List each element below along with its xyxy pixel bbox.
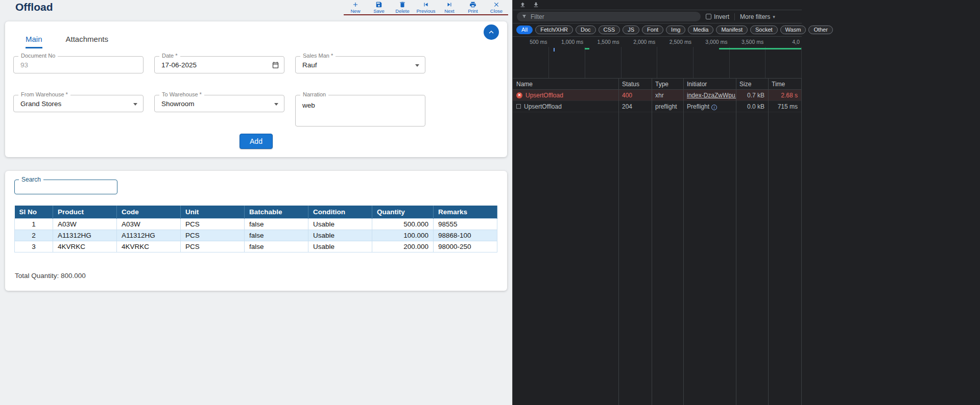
sales-man-label: Sales Man * bbox=[300, 53, 336, 59]
delete-button[interactable]: Delete bbox=[391, 0, 414, 14]
chip-all[interactable]: All bbox=[516, 26, 533, 34]
gridline bbox=[693, 47, 694, 78]
print-button-label: Print bbox=[468, 8, 478, 14]
date-value: 17-06-2025 bbox=[161, 61, 197, 69]
invert-checkbox-group[interactable]: Invert bbox=[706, 13, 729, 20]
cell-code: 4KVRKC bbox=[117, 241, 181, 252]
col-size[interactable]: Size bbox=[736, 81, 768, 88]
chip-other[interactable]: Other bbox=[808, 26, 833, 34]
col-sl-no: Sl No bbox=[15, 206, 53, 219]
col-status[interactable]: Status bbox=[618, 81, 652, 88]
from-warehouse-label: From Warehouse * bbox=[18, 91, 70, 97]
invert-checkbox[interactable] bbox=[706, 14, 711, 19]
network-filter-bar: Filter Invert More filters ▾ bbox=[513, 10, 802, 23]
date-field[interactable]: Date * 17-06-2025 bbox=[154, 56, 284, 73]
chip-js[interactable]: JS bbox=[623, 26, 639, 34]
invert-label: Invert bbox=[714, 13, 729, 20]
items-card: Search Sl No Product Code Unit Batchable… bbox=[5, 171, 507, 291]
collapse-panel-button[interactable] bbox=[484, 24, 499, 40]
table-row[interactable]: 3 4KVRKC 4KVRKC PCS false Usable 200.000… bbox=[15, 241, 497, 252]
add-button[interactable]: Add bbox=[240, 134, 273, 149]
col-quantity: Quantity bbox=[372, 206, 434, 219]
request-size: 0.7 kB bbox=[736, 92, 768, 99]
initiator-link[interactable]: index-DzaZwWpu.j bbox=[687, 92, 736, 99]
to-warehouse-value: Showroom bbox=[161, 100, 195, 108]
cell-unit: PCS bbox=[181, 219, 245, 230]
col-time[interactable]: Time bbox=[768, 81, 801, 88]
print-button[interactable]: Print bbox=[461, 0, 485, 14]
table-row[interactable]: 1 A03W A03W PCS false Usable 500.000 985… bbox=[15, 219, 497, 230]
chip-doc[interactable]: Doc bbox=[576, 26, 596, 34]
column-divider[interactable] bbox=[801, 79, 802, 405]
network-overview[interactable] bbox=[513, 47, 802, 79]
overview-dom-event-mark bbox=[554, 48, 555, 52]
col-name[interactable]: Name bbox=[513, 81, 618, 88]
cell-condition: Usable bbox=[308, 230, 372, 241]
chip-font[interactable]: Font bbox=[642, 26, 663, 34]
column-divider[interactable] bbox=[618, 79, 619, 405]
error-icon: ✕ bbox=[516, 92, 522, 98]
narration-textarea[interactable]: Narration web bbox=[295, 95, 425, 126]
more-filters-button[interactable]: More filters ▾ bbox=[740, 13, 775, 20]
close-button[interactable]: Close bbox=[485, 0, 508, 14]
request-size: 0.0 kB bbox=[736, 103, 768, 110]
info-icon[interactable]: i bbox=[711, 105, 717, 110]
document-no-label: Document No bbox=[18, 53, 58, 59]
col-type[interactable]: Type bbox=[652, 81, 683, 88]
column-divider[interactable] bbox=[652, 79, 652, 405]
column-divider[interactable] bbox=[736, 79, 736, 405]
chip-socket[interactable]: Socket bbox=[750, 26, 778, 34]
request-row[interactable]: UpsertOffload 204 preflight Preflighti 0… bbox=[513, 101, 802, 112]
total-quantity: Total Quantity: 800.000 bbox=[15, 272, 86, 280]
previous-button[interactable]: Previous bbox=[414, 0, 438, 14]
document-no-field[interactable]: Document No 93 bbox=[13, 56, 144, 73]
filter-input[interactable]: Filter bbox=[517, 12, 701, 21]
cell-code: A11312HG bbox=[117, 230, 181, 241]
search-input[interactable] bbox=[20, 184, 112, 192]
col-code: Code bbox=[117, 206, 181, 219]
request-name: UpsertOffload bbox=[525, 92, 563, 99]
devtools-network-panel: Filter Invert More filters ▾ All Fetch/X… bbox=[512, 0, 980, 405]
col-product: Product bbox=[53, 206, 117, 219]
cell-sl-no: 2 bbox=[15, 230, 53, 241]
tab-attachments[interactable]: Attachments bbox=[66, 35, 108, 48]
to-warehouse-select[interactable]: To Warehouse * Showroom bbox=[154, 95, 284, 112]
import-har-icon[interactable] bbox=[519, 2, 526, 8]
dropdown-caret-icon[interactable] bbox=[274, 103, 278, 106]
save-button[interactable]: Save bbox=[367, 0, 391, 14]
next-button[interactable]: Next bbox=[438, 0, 461, 14]
gridline bbox=[657, 47, 657, 78]
cell-quantity: 100.000 bbox=[372, 230, 434, 241]
new-button[interactable]: New bbox=[344, 0, 367, 14]
dropdown-caret-icon[interactable] bbox=[133, 103, 137, 106]
column-divider[interactable] bbox=[768, 79, 769, 405]
request-row[interactable]: ✕ UpsertOffload 400 xhr index-DzaZwWpu.j… bbox=[513, 90, 802, 101]
calendar-icon[interactable] bbox=[272, 61, 279, 69]
gridline bbox=[585, 47, 585, 78]
cell-condition: Usable bbox=[308, 219, 372, 230]
dropdown-caret-icon[interactable] bbox=[415, 64, 419, 67]
chip-fetch-xhr[interactable]: Fetch/XHR bbox=[535, 26, 573, 34]
skip-previous-icon bbox=[422, 1, 429, 8]
chip-css[interactable]: CSS bbox=[599, 26, 620, 34]
from-warehouse-select[interactable]: From Warehouse * Grand Stores bbox=[13, 95, 144, 112]
cell-remarks: 98868-100 bbox=[434, 230, 497, 241]
initiator-text: Preflight bbox=[687, 103, 709, 110]
chip-img[interactable]: Img bbox=[666, 26, 685, 34]
column-divider[interactable] bbox=[683, 79, 684, 405]
request-type-chips: All Fetch/XHR Doc CSS JS Font Img Media … bbox=[513, 23, 802, 37]
chip-media[interactable]: Media bbox=[688, 26, 713, 34]
tab-main[interactable]: Main bbox=[26, 35, 42, 48]
timeline-ruler: 500 ms 1,000 ms 1,500 ms 2,000 ms 2,500 … bbox=[513, 37, 801, 47]
save-icon bbox=[375, 1, 383, 8]
export-har-icon[interactable] bbox=[533, 2, 539, 8]
sales-man-select[interactable]: Sales Man * Rauf bbox=[295, 56, 425, 73]
col-initiator[interactable]: Initiator bbox=[683, 81, 736, 88]
table-row[interactable]: 2 A11312HG A11312HG PCS false Usable 100… bbox=[15, 230, 497, 241]
request-name: UpsertOffload bbox=[524, 103, 562, 110]
chip-wasm[interactable]: Wasm bbox=[780, 26, 806, 34]
ruler-label: 3,500 ms bbox=[729, 39, 766, 45]
chip-manifest[interactable]: Manifest bbox=[716, 26, 748, 34]
search-field[interactable]: Search bbox=[14, 176, 117, 194]
network-requests-table: Name Status Type Initiator Size Time ✕ U… bbox=[513, 79, 980, 405]
